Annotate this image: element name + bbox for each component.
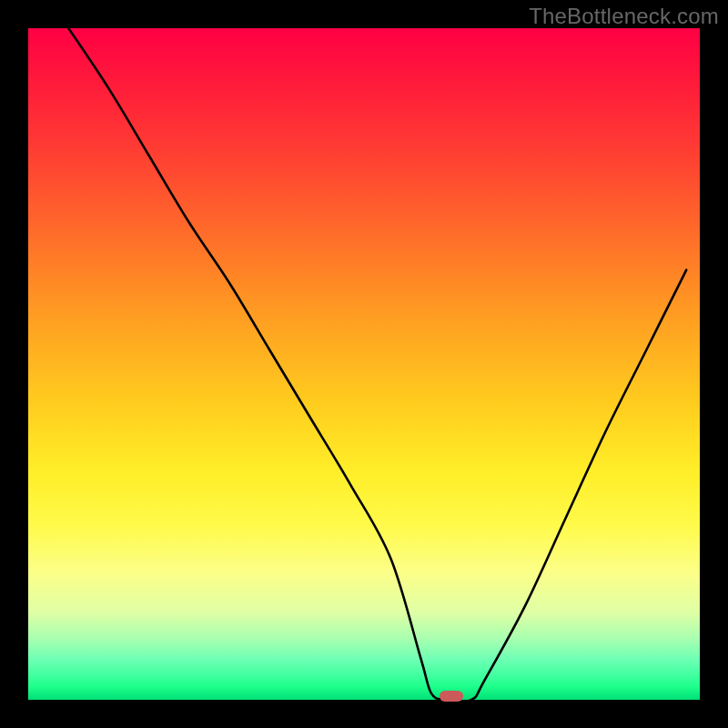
plot-area [28,28,700,700]
watermark-label: TheBottleneck.com [529,4,719,29]
figure-frame: TheBottleneck.com [0,0,728,728]
optimum-marker [440,691,463,702]
bottleneck-curve [28,28,700,700]
curve-path [68,28,686,700]
